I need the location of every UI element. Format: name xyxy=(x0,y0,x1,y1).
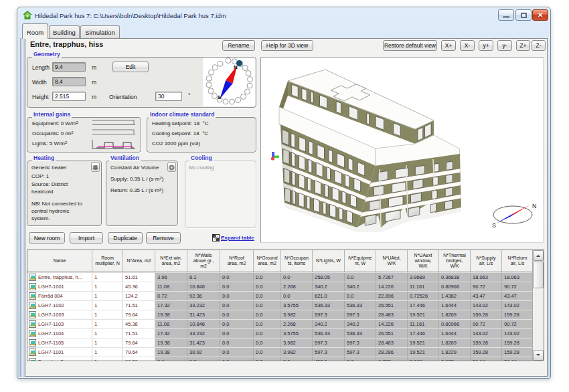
svg-text:N: N xyxy=(532,203,537,209)
svg-text:S: S xyxy=(218,94,222,100)
svg-text:N: N xyxy=(234,64,238,70)
svg-text:S: S xyxy=(492,222,496,229)
